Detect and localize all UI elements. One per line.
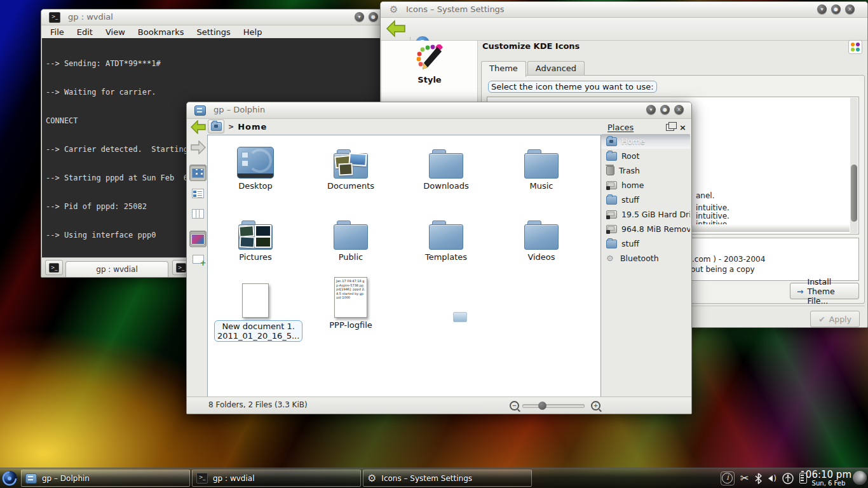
tab-theme[interactable]: Theme [481, 61, 526, 77]
scrollbar-thumb[interactable] [851, 165, 857, 222]
zoom-in-icon[interactable]: + [591, 401, 600, 410]
overview-grid-icon[interactable] [848, 40, 862, 54]
select-theme-label: Select the icon theme you want to use: [488, 81, 657, 93]
folder-view[interactable]: Desktop Documents Downloads Music [207, 135, 601, 397]
menu-file[interactable]: File [50, 27, 64, 37]
maximize-button[interactable]: ● [660, 105, 670, 114]
documents-folder-icon [334, 149, 368, 179]
float-panel-icon[interactable] [666, 124, 674, 131]
terminal-title: gp : wvdial [68, 12, 113, 22]
places-item-bluetooth[interactable]: ⚙Bluetooth [601, 251, 690, 266]
task-button-terminal[interactable]: >_ gp : wvdial [192, 470, 361, 487]
sidebar-item-style[interactable]: Style [382, 44, 477, 85]
notifications-icon[interactable]: i [721, 471, 735, 485]
terminal-line: --> Waiting for carrier. [46, 88, 393, 97]
settings-titlebar[interactable]: ⚙ Icons – System Settings ▾ ● × [381, 2, 867, 18]
folder-item-videos[interactable]: Videos [500, 213, 583, 262]
app-launcher-button[interactable] [0, 469, 19, 487]
bluetooth-icon[interactable] [754, 473, 763, 484]
icons-view-icon [192, 168, 204, 178]
hard-drive-icon [606, 210, 617, 219]
system-tray: i ✂ ) [721, 471, 807, 485]
folder-item-public[interactable]: Public [309, 213, 392, 262]
preview-button[interactable] [189, 231, 207, 247]
folder-label: Music [500, 181, 583, 191]
places-header: Places × [601, 119, 690, 134]
dolphin-title: gp – Dolphin [214, 105, 265, 114]
close-button[interactable]: × [845, 4, 855, 14]
menu-bookmarks[interactable]: Bookmarks [138, 27, 184, 37]
places-item-stuff2[interactable]: stuff [601, 236, 690, 251]
terminal-titlebar[interactable]: >_ gp : wvdial ▾ ● × [41, 10, 397, 25]
forward-button[interactable] [189, 139, 207, 156]
status-text: 8 Folders, 2 Files (3.3 KiB) [208, 400, 308, 409]
terminal-icon: >_ [176, 263, 186, 273]
places-item-hard-drive[interactable]: 19.5 GiB Hard Drive [601, 207, 690, 222]
minimize-button[interactable]: ▾ [817, 4, 827, 14]
list-scrollbar[interactable] [850, 98, 858, 233]
menu-settings[interactable]: Settings [196, 27, 230, 37]
new-tab-button[interactable]: >_ [45, 260, 63, 275]
back-button[interactable] [189, 119, 207, 135]
details-view-button[interactable] [189, 185, 207, 201]
breadcrumb-home-button[interactable] [208, 119, 224, 133]
task-label: gp – Dolphin [42, 474, 90, 483]
folder-item-music[interactable]: Music [500, 142, 583, 191]
volume-icon[interactable]: ) [768, 474, 776, 483]
menu-help[interactable]: Help [243, 27, 262, 37]
menu-view[interactable]: View [105, 27, 125, 37]
folder-icon [429, 149, 463, 179]
folder-label: Desktop [214, 181, 297, 191]
places-item-home[interactable]: Home [601, 134, 690, 149]
task-button-system-settings[interactable]: ⚙ Icons – System Settings [363, 470, 532, 487]
digital-clock[interactable]: 06:10 pm Sun, 6 Feb [806, 470, 851, 487]
maximize-button[interactable]: ● [369, 12, 378, 22]
panel-cashew-icon[interactable] [853, 471, 867, 485]
close-panel-icon[interactable]: × [679, 123, 686, 132]
places-item-stuff[interactable]: stuff [601, 193, 690, 207]
columns-view-button[interactable] [189, 205, 207, 222]
zoom-slider[interactable] [522, 404, 585, 408]
places-item-root[interactable]: Root [601, 149, 690, 163]
usb-device-icon[interactable] [782, 473, 794, 484]
folder-item-pictures[interactable]: Pictures [214, 213, 297, 262]
apply-button[interactable]: ✔ Apply [810, 311, 860, 327]
minimize-button[interactable]: ▾ [646, 105, 656, 114]
install-theme-button[interactable]: → Install Theme File... [790, 283, 859, 299]
file-manager-icon [194, 105, 206, 116]
tab-advanced[interactable]: Advanced [527, 61, 585, 76]
task-button-dolphin[interactable]: gp – Dolphin [21, 470, 190, 487]
terminal-tab[interactable]: gp : wvdial [65, 261, 168, 277]
back-arrow-icon[interactable] [386, 20, 406, 37]
folder-icon [524, 220, 559, 250]
folder-item-templates[interactable]: Templates [405, 213, 487, 262]
folder-item-documents[interactable]: Documents [309, 142, 392, 191]
folder-icon [606, 240, 617, 248]
close-button[interactable]: × [674, 105, 684, 114]
zoom-out-icon[interactable]: − [510, 401, 519, 410]
folder-label: Videos [500, 252, 583, 262]
folder-item-downloads[interactable]: Downloads [405, 142, 487, 191]
taskbar: gp – Dolphin >_ gp : wvdial ⚙ Icons – Sy… [0, 468, 868, 488]
dolphin-titlebar[interactable]: gp – Dolphin ▾ ● × [187, 102, 691, 119]
places-item-trash[interactable]: Trash [601, 163, 690, 178]
file-item-new-document[interactable]: New document 1.2011_01_20_16_5... [214, 278, 297, 342]
file-item-ppp-logfile[interactable]: Jan 17 09:47:18 gp-Aspire-5738 pppd[1946… [309, 278, 392, 330]
theme-list-text-fragment: intuitive. [696, 203, 729, 212]
places-item-removable[interactable]: 964.8 MiB Remov... [601, 222, 690, 236]
places-item-home-partition[interactable]: home [601, 178, 690, 193]
back-arrow-icon [191, 120, 206, 134]
install-arrow-icon: → [797, 287, 803, 296]
minimize-button[interactable]: ▾ [355, 12, 364, 22]
split-view-button[interactable] [189, 251, 207, 268]
klipper-scissors-icon[interactable]: ✂ [740, 472, 749, 484]
folder-item-desktop[interactable]: Desktop [214, 142, 297, 191]
folder-label: Templates [405, 252, 487, 262]
gear-icon: ⚙ [367, 472, 376, 484]
menu-edit[interactable]: Edit [77, 27, 93, 37]
icons-view-button[interactable] [189, 165, 207, 181]
breadcrumb-home[interactable]: Home [238, 122, 267, 132]
dolphin-statusbar: 8 Folders, 2 Files (3.3 KiB) − + [187, 396, 691, 414]
maximize-button[interactable]: ● [831, 4, 841, 14]
zoom-slider-handle[interactable] [538, 402, 546, 410]
